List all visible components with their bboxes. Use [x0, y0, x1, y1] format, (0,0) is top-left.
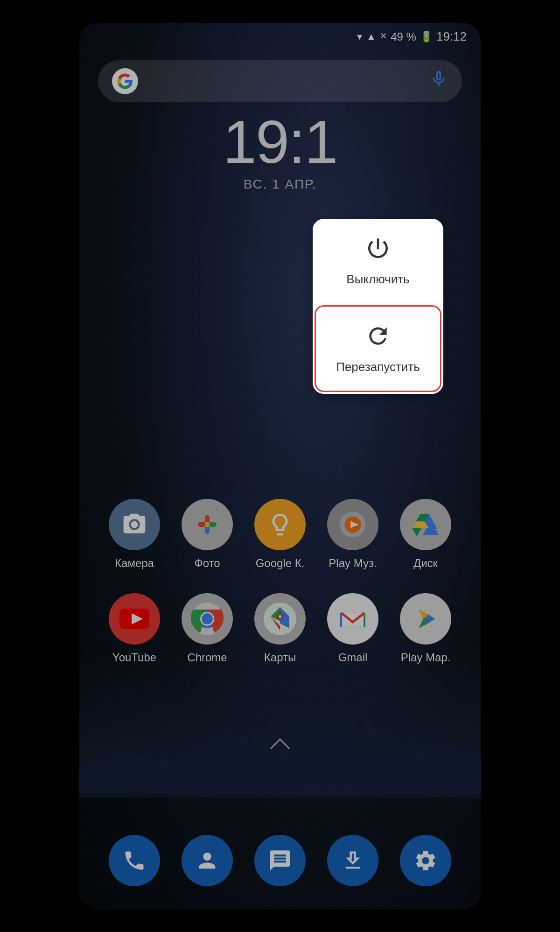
restart-icon	[365, 323, 391, 354]
dim-overlay	[79, 23, 481, 910]
restart-label: Перезапустить	[336, 360, 420, 374]
shutdown-label: Выключить	[346, 272, 409, 287]
phone-screen: ▾ ▲ ✕ 49 % 🔋 19:12 19:1 ВС. 1 АПР.	[79, 23, 481, 910]
power-off-icon	[365, 235, 391, 266]
shutdown-button[interactable]: Выключить	[313, 219, 443, 303]
restart-button[interactable]: Перезапустить	[315, 305, 441, 392]
